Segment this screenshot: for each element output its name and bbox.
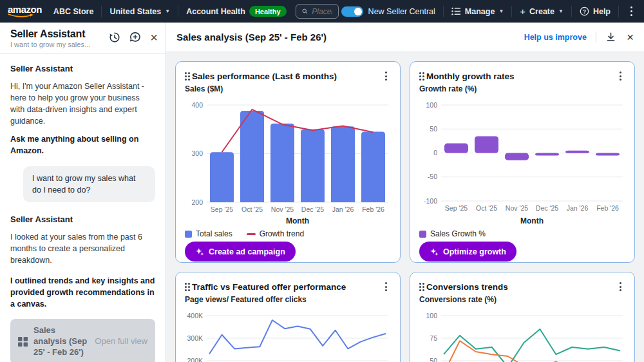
traffic-chart: 400K300K200K100K — [185, 308, 392, 362]
canvas-grid-icon — [18, 337, 28, 347]
chart-y-axis-title: Page views/ Featured offer clicks — [185, 295, 391, 308]
top-navigation-bar: amazon ABC Store United States ▼ Account… — [0, 0, 644, 23]
chevron-down-icon: ▼ — [498, 8, 504, 14]
new-chat-icon[interactable] — [129, 32, 141, 43]
drag-handle-icon[interactable] — [185, 72, 187, 74]
search-input[interactable] — [312, 7, 332, 16]
legend-label: Growth trend — [260, 229, 304, 238]
optimize-growth-button[interactable]: Optimize growth — [419, 242, 516, 262]
card-monthly-growth: Monthly growth rates Growth rate (%) 100… — [410, 61, 635, 263]
sparkle-icon — [430, 247, 439, 256]
canvas-title: Sales analysis (Sep 25' - Feb 26') — [176, 32, 524, 43]
download-icon[interactable] — [605, 32, 616, 43]
card-sales-performance: Sales performance (Last 6 months) Sales … — [175, 61, 401, 263]
chart-y-axis-title: Conversions rate (%) — [419, 295, 625, 308]
drag-handle-icon[interactable] — [185, 283, 187, 285]
svg-text:100: 100 — [426, 312, 437, 319]
legend-swatch — [419, 231, 426, 238]
assistant-panel-subtitle: I want to grow my sales... — [10, 41, 109, 48]
button-label: Optimize growth — [443, 247, 506, 256]
more-options-kebab-icon[interactable] — [627, 4, 636, 19]
svg-text:Oct '25: Oct '25 — [242, 205, 263, 213]
svg-text:0: 0 — [433, 149, 437, 157]
legend-label: Sales Growth % — [430, 229, 486, 238]
amazon-smile-icon — [8, 14, 35, 18]
account-health[interactable]: Account Health Healthy — [186, 6, 286, 17]
svg-text:?: ? — [583, 8, 586, 15]
svg-text:Sep '25: Sep '25 — [445, 204, 468, 212]
new-seller-central-toggle[interactable] — [341, 6, 363, 17]
svg-text:Sep '25: Sep '25 — [211, 205, 233, 213]
divider — [511, 6, 512, 17]
svg-text:Dec '25: Dec '25 — [301, 205, 324, 213]
card-conversions-trends: Conversions trends Conversions rate (%) … — [410, 272, 635, 362]
marketplace-selector[interactable]: United States ▼ — [109, 7, 170, 16]
svg-text:Month: Month — [286, 216, 309, 225]
help-us-improve-link[interactable]: Help us improve — [524, 33, 587, 42]
manage-menu[interactable]: Manage ▼ — [451, 7, 504, 16]
chart-y-axis-title: Growth rate (%) — [419, 84, 625, 97]
store-name[interactable]: ABC Store — [53, 7, 94, 16]
create-menu[interactable]: + Create ▼ — [520, 6, 564, 17]
assistant-greeting: Hi, I'm your Amazon Seller Assistant - h… — [10, 81, 155, 128]
svg-text:200: 200 — [191, 198, 203, 206]
close-canvas-icon[interactable]: × — [627, 31, 634, 43]
drag-handle-icon[interactable] — [419, 72, 421, 74]
svg-text:300: 300 — [191, 149, 203, 157]
svg-text:75: 75 — [430, 334, 437, 342]
legend-label: Total sales — [196, 229, 232, 238]
card-menu-kebab-icon[interactable] — [381, 69, 391, 83]
card-menu-kebab-icon[interactable] — [616, 69, 625, 83]
divider — [443, 6, 444, 17]
history-icon[interactable] — [109, 32, 120, 43]
create-ad-campaign-button[interactable]: Create ad campaign — [185, 242, 296, 262]
manage-list-icon — [451, 7, 461, 15]
canvas-card-title: Sales analysis (Sep 25' - Feb 26') — [33, 325, 89, 358]
svg-text:Month: Month — [520, 216, 544, 225]
assistant-conversation: Seller Assistant Hi, I'm your Amazon Sel… — [0, 54, 166, 362]
account-health-label: Account Health — [186, 7, 245, 16]
assistant-heading: Seller Assistant — [10, 214, 155, 226]
svg-text:Dec '25: Dec '25 — [536, 204, 558, 212]
sparkle-icon — [195, 247, 204, 256]
svg-text:Jan '26: Jan '26 — [567, 204, 589, 212]
account-health-status-badge: Healthy — [249, 6, 287, 17]
svg-text:Nov '25: Nov '25 — [506, 204, 528, 212]
amazon-logo-text: amazon — [8, 5, 42, 14]
manage-label: Manage — [465, 7, 495, 16]
open-full-view-button[interactable]: Open full view — [95, 336, 147, 348]
search-box[interactable] — [296, 4, 339, 19]
page: amazon ABC Store United States ▼ Account… — [0, 0, 644, 362]
card-traffic-performance: Traffic vs Featured offer performance Pa… — [175, 272, 401, 362]
svg-text:300K: 300K — [187, 334, 203, 342]
close-panel-icon[interactable]: × — [150, 31, 158, 44]
divider — [571, 6, 572, 17]
create-label: Create — [529, 7, 554, 16]
dashboard-grid: Sales performance (Last 6 months) Sales … — [166, 52, 644, 362]
chart-legend: Total sales Growth trend — [185, 226, 391, 242]
monthly-growth-chart: 100500-50-100Sep '25Oct '25Nov '25Dec '2… — [419, 97, 627, 226]
amazon-logo[interactable]: amazon — [8, 5, 42, 18]
card-title: Monthly growth rates — [426, 71, 611, 81]
help-label: Help — [593, 7, 611, 16]
legend-swatch — [185, 231, 192, 238]
assistant-heading: Seller Assistant — [10, 63, 155, 75]
chart-legend: Sales Growth % — [419, 226, 625, 242]
canvas-card-link[interactable]: Sales analysis (Sep 25' - Feb 26') Open … — [10, 319, 155, 362]
assistant-prompt: Ask me anything about selling on Amazon. — [10, 133, 155, 157]
card-menu-kebab-icon[interactable] — [616, 280, 625, 294]
svg-text:50: 50 — [430, 125, 437, 133]
svg-text:100: 100 — [426, 101, 437, 109]
chevron-down-icon: ▼ — [165, 8, 170, 14]
canvas-panel: Sales analysis (Sep 25' - Feb 26') Help … — [166, 23, 644, 362]
help-icon: ? — [580, 6, 589, 16]
card-menu-kebab-icon[interactable] — [381, 280, 391, 294]
svg-text:Jan '26: Jan '26 — [332, 205, 354, 213]
marketplace-label: United States — [109, 7, 161, 16]
help-menu[interactable]: ? Help — [580, 6, 611, 16]
svg-text:400: 400 — [191, 101, 203, 109]
chevron-down-icon: ▼ — [558, 8, 564, 14]
drag-handle-icon[interactable] — [419, 283, 421, 285]
card-title: Sales performance (Last 6 months) — [192, 71, 376, 81]
svg-text:200K: 200K — [187, 357, 203, 362]
